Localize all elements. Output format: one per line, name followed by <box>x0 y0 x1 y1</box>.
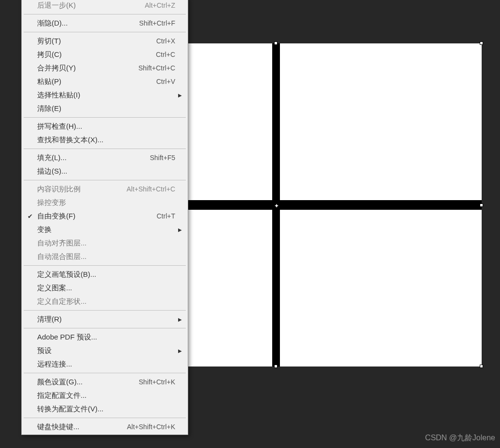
menu-item-label: 自由变换(F) <box>37 212 157 221</box>
menu-item-label: 颜色设置(G)... <box>37 378 139 387</box>
menu-item-define-brush[interactable]: 定义画笔预设(B)... <box>23 268 187 281</box>
submenu-arrow-icon: ▶ <box>178 227 182 232</box>
transform-handle-tr[interactable] <box>480 41 483 45</box>
menu-item-label: 填充(L)... <box>37 153 150 163</box>
menu-item-label: 查找和替换文本(X)... <box>37 136 175 145</box>
menu-item-label: 定义画笔预设(B)... <box>37 270 175 279</box>
menu-separator <box>24 418 186 418</box>
menu-item-spell-check[interactable]: 拼写检查(H)... <box>23 120 187 133</box>
menu-item-label: 粘贴(P) <box>37 77 156 86</box>
transform-center-icon[interactable]: ✦ <box>274 204 279 209</box>
menu-item-color-settings[interactable]: 颜色设置(G)...Shift+Ctrl+K <box>23 375 187 389</box>
menu-item-presets[interactable]: 预设▶ <box>23 344 187 357</box>
menu-item-label: 内容识别比例 <box>37 185 126 194</box>
menu-item-free-transform[interactable]: ✔自由变换(F)Ctrl+T <box>23 209 187 223</box>
menu-separator <box>24 32 186 32</box>
menu-item-label: 转换为配置文件(V)... <box>37 405 175 414</box>
menu-item-shortcut: Ctrl+T <box>157 212 176 220</box>
submenu-arrow-icon: ▶ <box>178 93 182 98</box>
menu-item-label: Adobe PDF 预设... <box>37 333 175 342</box>
menu-item-label: 清除(E) <box>37 104 175 113</box>
menu-separator <box>24 14 186 14</box>
edit-menu: 后退一步(K)Alt+Ctrl+Z渐隐(D)...Shift+Ctrl+F剪切(… <box>21 0 188 435</box>
menu-item-label: 自动对齐图层... <box>37 239 175 248</box>
menu-item-puppet-warp: 操控变形 <box>23 196 187 209</box>
menu-item-pdf-presets[interactable]: Adobe PDF 预设... <box>23 330 187 344</box>
menu-item-label: 变换 <box>37 225 175 234</box>
submenu-arrow-icon: ▶ <box>178 317 182 322</box>
menu-item-keyboard-shortcuts[interactable]: 键盘快捷键...Alt+Shift+Ctrl+K <box>23 420 187 434</box>
menu-item-label: 远程连接... <box>37 360 175 369</box>
menu-item-label: 选择性粘贴(I) <box>37 91 175 100</box>
menu-item-label: 描边(S)... <box>37 167 175 176</box>
menu-item-label: 指定配置文件... <box>37 391 175 400</box>
menu-item-auto-blend: 自动混合图层... <box>23 250 187 263</box>
menu-item-shortcut: Shift+Ctrl+C <box>139 64 175 72</box>
menu-item-shortcut: Shift+Ctrl+F <box>139 19 175 27</box>
check-icon: ✔ <box>28 213 33 220</box>
menu-separator <box>24 117 186 118</box>
menu-item-shortcut: Ctrl+X <box>156 37 175 45</box>
menu-item-transform[interactable]: 变换▶ <box>23 223 187 236</box>
menu-item-label: 剪切(T) <box>37 37 156 46</box>
menu-item-shortcut: Shift+F5 <box>150 154 175 162</box>
transform-handle-bc[interactable] <box>274 365 278 368</box>
menu-item-shortcut: Alt+Ctrl+Z <box>145 1 175 9</box>
menu-item-label: 预设 <box>37 346 175 355</box>
transform-handle-tc[interactable] <box>274 41 278 45</box>
submenu-arrow-icon: ▶ <box>178 348 182 353</box>
menu-item-cut[interactable]: 剪切(T)Ctrl+X <box>23 34 187 48</box>
watermark: CSDN @九龄Jolene <box>425 433 495 443</box>
menu-item-paste[interactable]: 粘贴(P)Ctrl+V <box>23 75 187 88</box>
menu-item-label: 操控变形 <box>37 198 175 207</box>
menu-item-label: 自动混合图层... <box>37 252 175 261</box>
menu-item-label: 拷贝(C) <box>37 50 156 59</box>
menu-separator <box>24 310 186 311</box>
menu-item-fade[interactable]: 渐隐(D)...Shift+Ctrl+F <box>23 16 187 30</box>
menu-item-content-aware-scale: 内容识别比例Alt+Shift+Ctrl+C <box>23 182 187 196</box>
menu-item-label: 定义自定形状... <box>37 297 175 306</box>
menu-item-label: 定义图案... <box>37 284 175 293</box>
menu-item-shortcut: Ctrl+V <box>156 78 175 85</box>
canvas-tile <box>280 43 482 200</box>
menu-item-auto-align: 自动对齐图层... <box>23 236 187 250</box>
menu-separator <box>24 373 186 373</box>
menu-item-fill[interactable]: 填充(L)...Shift+F5 <box>23 151 187 164</box>
menu-item-stroke[interactable]: 描边(S)... <box>23 164 187 178</box>
menu-item-label: 键盘快捷键... <box>37 422 127 432</box>
menu-item-convert-profile[interactable]: 转换为配置文件(V)... <box>23 402 187 416</box>
menu-item-label: 后退一步(K) <box>37 1 145 10</box>
menu-item-purge[interactable]: 清理(R)▶ <box>23 312 187 326</box>
menu-item-shortcut: Alt+Shift+Ctrl+C <box>126 185 175 193</box>
menu-item-define-shape: 定义自定形状... <box>23 295 187 308</box>
transform-handle-mr[interactable] <box>480 204 483 207</box>
menu-item-assign-profile[interactable]: 指定配置文件... <box>23 389 187 402</box>
menu-item-label: 渐隐(D)... <box>37 19 139 28</box>
menu-item-shortcut: Ctrl+C <box>156 51 175 58</box>
transform-handle-br[interactable] <box>480 365 483 368</box>
menu-separator <box>24 180 186 180</box>
menu-item-shortcut: Alt+Shift+Ctrl+K <box>127 423 175 431</box>
menu-separator <box>24 149 186 149</box>
menu-item-step-back: 后退一步(K)Alt+Ctrl+Z <box>23 0 187 12</box>
menu-separator <box>24 328 186 328</box>
menu-item-label: 清理(R) <box>37 315 175 324</box>
menu-item-label: 拼写检查(H)... <box>37 122 175 131</box>
menu-item-shortcut: Shift+Ctrl+K <box>139 378 175 386</box>
menu-item-define-pattern[interactable]: 定义图案... <box>23 281 187 295</box>
menu-item-remote-connect[interactable]: 远程连接... <box>23 357 187 371</box>
menu-item-label: 合并拷贝(Y) <box>37 64 139 73</box>
menu-item-paste-special[interactable]: 选择性粘贴(I)▶ <box>23 88 187 102</box>
menu-item-find-replace[interactable]: 查找和替换文本(X)... <box>23 133 187 147</box>
menu-item-clear[interactable]: 清除(E) <box>23 102 187 115</box>
menu-separator <box>24 265 186 266</box>
canvas-tile <box>280 210 482 367</box>
menu-item-copy-merged[interactable]: 合并拷贝(Y)Shift+Ctrl+C <box>23 61 187 75</box>
menu-item-copy[interactable]: 拷贝(C)Ctrl+C <box>23 48 187 61</box>
